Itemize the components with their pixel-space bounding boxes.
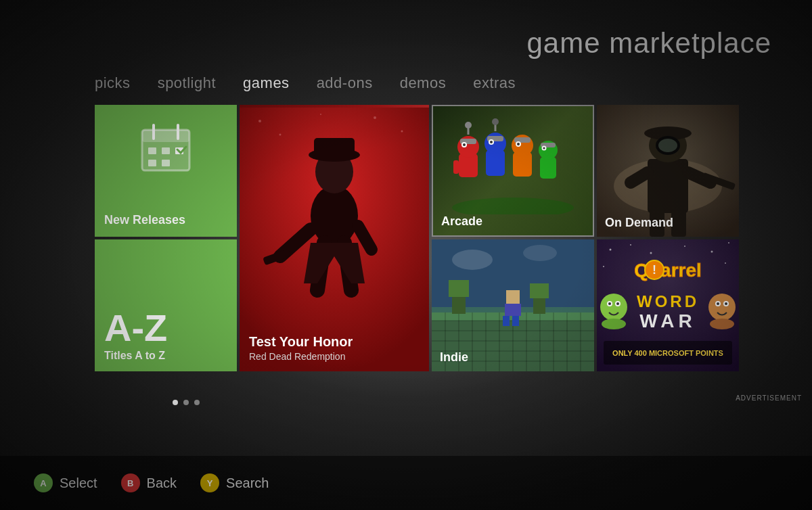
quarrel-artwork: Quarrel ! WORD WAR ONLY 400 MICROSOFT PO…	[597, 239, 739, 371]
svg-rect-92	[512, 316, 519, 326]
svg-point-100	[728, 242, 729, 244]
advertisement-label: ADVERTISEMENT	[736, 394, 802, 402]
tile-indie[interactable]: Indie	[432, 239, 594, 371]
arcade-artwork	[445, 113, 581, 214]
tile-quarrel[interactable]: Quarrel ! WORD WAR ONLY 400 MICROSOFT PO…	[597, 239, 739, 371]
nav-item-games[interactable]: games	[243, 74, 290, 92]
arcade-label: Arcade	[441, 214, 482, 229]
nav-item-addons[interactable]: add-ons	[317, 74, 373, 92]
svg-rect-7	[148, 160, 156, 166]
svg-rect-33	[453, 160, 459, 174]
svg-point-11	[258, 120, 261, 122]
svg-point-35	[484, 133, 506, 154]
select-label: Select	[60, 476, 97, 491]
svg-rect-86	[449, 280, 469, 297]
svg-point-40	[490, 141, 493, 143]
svg-point-14	[401, 131, 403, 133]
svg-point-96	[630, 244, 631, 246]
bottom-bar: A Select B Back Y Search	[0, 456, 812, 510]
b-button-icon: B	[121, 473, 140, 492]
svg-point-13	[374, 116, 376, 119]
svg-point-25	[452, 198, 574, 214]
svg-point-38	[492, 118, 499, 125]
page-dots	[173, 400, 200, 405]
tile-new-releases[interactable]: New Releases	[95, 105, 237, 237]
game-grid: New Releases	[95, 105, 731, 369]
indie-label: Indie	[440, 350, 468, 365]
svg-rect-19	[314, 138, 355, 158]
search-label: Search	[226, 476, 269, 491]
svg-point-16	[311, 185, 358, 246]
page-title: game marketplace	[527, 27, 772, 60]
svg-point-45	[517, 143, 520, 145]
svg-point-57	[658, 139, 677, 152]
svg-rect-53	[648, 159, 688, 213]
svg-point-50	[543, 147, 545, 149]
svg-rect-43	[514, 137, 531, 143]
svg-point-15	[320, 114, 321, 115]
svg-point-118	[717, 302, 719, 305]
svg-text:!: !	[652, 263, 656, 277]
svg-rect-88	[530, 283, 549, 298]
az-big-text: A-Z	[104, 309, 227, 347]
a-button-icon: A	[34, 473, 53, 492]
svg-point-115	[602, 319, 626, 329]
svg-point-112	[608, 302, 611, 305]
rdr-info: Test Your Honor Red Dead Redemption	[249, 333, 420, 362]
nav-item-demos[interactable]: demos	[400, 74, 447, 92]
svg-text:WAR: WAR	[639, 310, 696, 331]
svg-point-30	[465, 122, 472, 129]
svg-point-65	[452, 250, 493, 270]
svg-text:ONLY 400 MICROSOFT POINTS: ONLY 400 MICROSOFT POINTS	[612, 349, 723, 357]
dot-2	[183, 400, 189, 405]
tile-az[interactable]: A-Z Titles A to Z	[95, 239, 237, 371]
svg-rect-8	[162, 160, 170, 166]
nav-item-picks[interactable]: picks	[95, 74, 131, 92]
tile-arcade[interactable]: Arcade	[432, 105, 594, 237]
rdr-artwork	[240, 105, 429, 371]
svg-point-110	[600, 294, 627, 321]
y-button-icon: Y	[200, 473, 219, 492]
tile-rdr[interactable]: Test Your Honor Red Dead Redemption	[240, 105, 429, 371]
dot-1	[173, 400, 178, 405]
svg-point-102	[725, 262, 726, 264]
svg-point-95	[610, 249, 612, 251]
svg-rect-91	[503, 316, 510, 326]
rdr-subtitle: Test Your Honor	[249, 333, 420, 350]
svg-text:WORD: WORD	[637, 292, 699, 310]
svg-rect-90	[505, 304, 521, 316]
svg-rect-4	[148, 147, 156, 154]
tile-on-demand[interactable]: On Demand	[597, 105, 739, 237]
svg-point-98	[684, 246, 685, 247]
on-demand-label: On Demand	[605, 216, 673, 230]
nav-bar: picks spotlight games add-ons demos extr…	[95, 74, 516, 92]
svg-point-32	[463, 143, 466, 146]
svg-rect-62	[671, 210, 686, 237]
nav-item-extras[interactable]: extras	[473, 74, 516, 92]
dot-3	[194, 400, 200, 405]
svg-point-97	[650, 252, 652, 254]
svg-point-121	[710, 319, 734, 329]
svg-rect-5	[162, 147, 170, 154]
select-button-group: A Select	[34, 473, 97, 492]
svg-point-66	[523, 245, 557, 261]
svg-rect-46	[540, 157, 556, 179]
svg-point-120	[725, 302, 727, 305]
nav-item-spotlight[interactable]: spotlight	[158, 74, 216, 92]
svg-point-12	[279, 134, 281, 136]
svg-point-101	[603, 266, 604, 267]
svg-point-116	[708, 294, 736, 321]
svg-rect-89	[506, 290, 520, 304]
search-button-group: Y Search	[200, 473, 269, 492]
back-label: Back	[147, 476, 177, 491]
rdr-title: Red Dead Redemption	[249, 351, 420, 362]
svg-point-99	[711, 251, 713, 253]
calendar-icon	[139, 122, 193, 179]
svg-rect-1	[142, 130, 189, 142]
new-releases-label: New Releases	[104, 213, 227, 227]
svg-point-114	[616, 302, 619, 305]
back-button-group: B Back	[121, 473, 177, 492]
az-label: Titles A to Z	[104, 350, 227, 362]
